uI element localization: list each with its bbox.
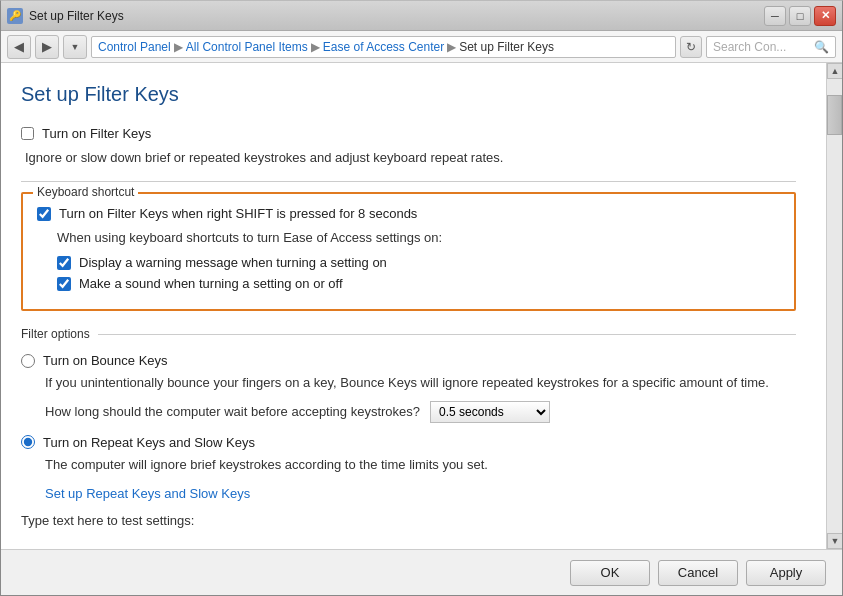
scrollbar[interactable]: ▲ ▼ <box>826 63 842 549</box>
breadcrumb-control-panel[interactable]: Control Panel <box>98 40 171 54</box>
bounce-keys-desc: If you unintentionally bounce your finge… <box>45 374 796 392</box>
filter-keys-label[interactable]: Turn on Filter Keys <box>42 126 151 141</box>
address-path: Control Panel ▶ All Control Panel Items … <box>91 36 676 58</box>
repeat-keys-link[interactable]: Set up Repeat Keys and Slow Keys <box>45 486 250 501</box>
address-bar: ◀ ▶ ▼ Control Panel ▶ All Control Panel … <box>1 31 842 63</box>
apply-button[interactable]: Apply <box>746 560 826 586</box>
bounce-keys-label[interactable]: Turn on Bounce Keys <box>43 353 168 368</box>
wait-dropdown[interactable]: 0.2 seconds 0.5 seconds 0.7 seconds 1 se… <box>430 401 550 423</box>
warning-label[interactable]: Display a warning message when turning a… <box>79 255 387 270</box>
keyboard-shortcut-label: Keyboard shortcut <box>33 185 138 199</box>
scroll-thumb[interactable] <box>827 95 842 135</box>
recent-pages-button[interactable]: ▼ <box>63 35 87 59</box>
shortcut-label[interactable]: Turn on Filter Keys when right SHIFT is … <box>59 206 417 221</box>
wait-label: How long should the computer wait before… <box>45 404 420 419</box>
scroll-up-arrow[interactable]: ▲ <box>827 63 842 79</box>
shortcut-checkbox-row: Turn on Filter Keys when right SHIFT is … <box>37 206 780 221</box>
main-area: Set up Filter Keys Turn on Filter Keys I… <box>1 63 842 549</box>
keyboard-shortcut-group: Keyboard shortcut Turn on Filter Keys wh… <box>21 192 796 311</box>
bounce-keys-radio[interactable] <box>21 354 35 368</box>
filter-options-section: Filter options Turn on Bounce Keys If yo… <box>21 327 796 527</box>
maximize-button[interactable]: □ <box>789 6 811 26</box>
title-text: Set up Filter Keys <box>29 9 124 23</box>
back-button[interactable]: ◀ <box>7 35 31 59</box>
breadcrumb-current: Set up Filter Keys <box>459 40 554 54</box>
sound-label[interactable]: Make a sound when turning a setting on o… <box>79 276 343 291</box>
repeat-keys-indent: The computer will ignore brief keystroke… <box>45 456 796 501</box>
filter-section-header: Filter options <box>21 327 796 341</box>
breadcrumb-ease-of-access[interactable]: Ease of Access Center <box>323 40 444 54</box>
page-title: Set up Filter Keys <box>21 83 796 106</box>
filter-keys-description: Ignore or slow down brief or repeated ke… <box>25 149 796 167</box>
keyboard-sub-desc: When using keyboard shortcuts to turn Ea… <box>57 229 780 247</box>
close-button[interactable]: ✕ <box>814 6 836 26</box>
keyboard-sub-section: When using keyboard shortcuts to turn Ea… <box>57 229 780 291</box>
filter-options-label: Filter options <box>21 327 90 341</box>
wait-dropdown-row: How long should the computer wait before… <box>45 401 796 423</box>
test-text-label: Type text here to test settings: <box>21 513 194 528</box>
divider-1 <box>21 181 796 182</box>
ok-button[interactable]: OK <box>570 560 650 586</box>
forward-button[interactable]: ▶ <box>35 35 59 59</box>
section-divider-line <box>98 334 796 335</box>
content-area: Set up Filter Keys Turn on Filter Keys I… <box>1 63 826 549</box>
sound-checkbox[interactable] <box>57 277 71 291</box>
breadcrumb-all-items[interactable]: All Control Panel Items <box>186 40 308 54</box>
repeat-keys-radio-row: Turn on Repeat Keys and Slow Keys <box>21 435 796 450</box>
refresh-button[interactable]: ↻ <box>680 36 702 58</box>
bounce-keys-radio-row: Turn on Bounce Keys <box>21 353 796 368</box>
repeat-keys-desc: The computer will ignore brief keystroke… <box>45 456 796 474</box>
window-icon: 🔑 <box>7 8 23 24</box>
search-box[interactable]: Search Con... 🔍 <box>706 36 836 58</box>
sound-checkbox-row: Make a sound when turning a setting on o… <box>57 276 780 291</box>
main-window: 🔑 Set up Filter Keys ─ □ ✕ ◀ ▶ ▼ Control… <box>0 0 843 596</box>
search-placeholder: Search Con... <box>713 40 786 54</box>
cancel-button[interactable]: Cancel <box>658 560 738 586</box>
repeat-keys-label[interactable]: Turn on Repeat Keys and Slow Keys <box>43 435 255 450</box>
title-bar-buttons: ─ □ ✕ <box>764 6 836 26</box>
scroll-down-arrow[interactable]: ▼ <box>827 533 842 549</box>
title-bar: 🔑 Set up Filter Keys ─ □ ✕ <box>1 1 842 31</box>
search-icon[interactable]: 🔍 <box>814 40 829 54</box>
filter-keys-checkbox[interactable] <box>21 127 34 140</box>
minimize-button[interactable]: ─ <box>764 6 786 26</box>
shortcut-checkbox[interactable] <box>37 207 51 221</box>
title-bar-left: 🔑 Set up Filter Keys <box>7 8 124 24</box>
filter-keys-main-row: Turn on Filter Keys <box>21 126 796 141</box>
test-text-row: Type text here to test settings: <box>21 513 796 528</box>
warning-checkbox-row: Display a warning message when turning a… <box>57 255 780 270</box>
warning-checkbox[interactable] <box>57 256 71 270</box>
repeat-keys-radio[interactable] <box>21 435 35 449</box>
bottom-bar: OK Cancel Apply <box>1 549 842 595</box>
bounce-keys-indent: If you unintentionally bounce your finge… <box>45 374 796 422</box>
